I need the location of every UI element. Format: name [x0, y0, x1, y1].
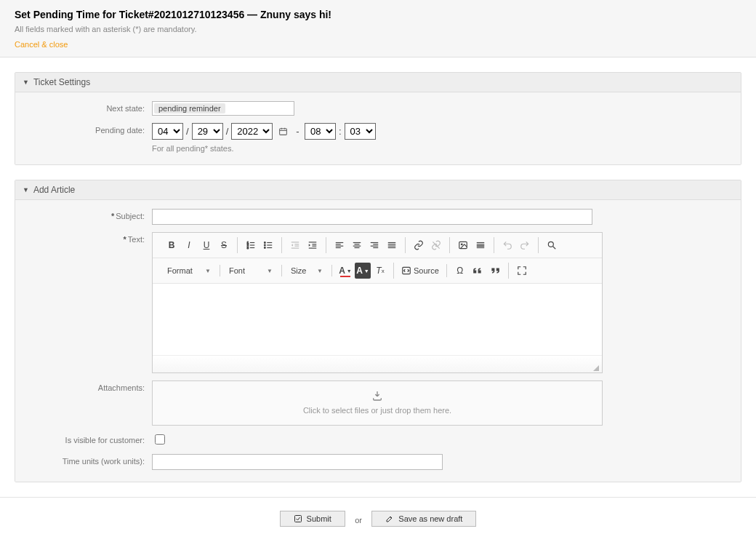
- align-left-button[interactable]: [331, 237, 347, 253]
- image-button[interactable]: [455, 237, 471, 253]
- indent-button[interactable]: [305, 237, 321, 253]
- svg-point-42: [461, 244, 462, 245]
- remove-format-button[interactable]: Tx: [372, 263, 388, 279]
- subject-input[interactable]: [152, 209, 592, 225]
- svg-rect-0: [279, 129, 286, 135]
- maximize-button[interactable]: [514, 263, 530, 279]
- bold-button[interactable]: B: [164, 237, 180, 253]
- caret-down-icon: ▼: [23, 186, 29, 194]
- visible-for-customer-checkbox[interactable]: [155, 434, 165, 445]
- download-icon: [371, 390, 383, 402]
- pending-year-select[interactable]: 2022: [231, 123, 273, 140]
- editor-toolbar-1: B I U S 123: [153, 233, 602, 258]
- ticket-settings-widget: ▼ Ticket Settings Next state: pending re…: [15, 72, 741, 165]
- save-draft-button[interactable]: Save as new draft: [371, 511, 476, 527]
- pending-helper-text: For all pending* states.: [152, 144, 733, 153]
- cancel-close-link[interactable]: Cancel & close: [15, 40, 68, 49]
- pending-hour-select[interactable]: 08: [305, 123, 336, 140]
- time-units-label: Time units (work units):: [23, 454, 152, 466]
- attachments-label: Attachments:: [23, 380, 152, 392]
- next-state-label: Next state:: [23, 101, 152, 113]
- add-article-widget: ▼ Add Article *Subject: *Text: B I U: [15, 180, 741, 482]
- source-button[interactable]: Source: [398, 264, 442, 277]
- horizontal-rule-button[interactable]: [472, 237, 488, 253]
- time-units-row: Time units (work units):: [23, 454, 733, 470]
- align-center-button[interactable]: [349, 237, 365, 253]
- unlink-button[interactable]: [428, 237, 444, 253]
- ticket-settings-toggle[interactable]: ▼ Ticket Settings: [15, 73, 741, 92]
- subject-row: *Subject:: [23, 209, 733, 225]
- size-dropdown[interactable]: Size▼: [286, 265, 327, 276]
- page-title: Set Pending Time for Ticket#202101271012…: [15, 9, 741, 20]
- svg-point-47: [548, 242, 553, 247]
- special-char-button[interactable]: Ω: [452, 263, 468, 279]
- editor-body-input[interactable]: [153, 284, 602, 355]
- link-button[interactable]: [411, 237, 427, 253]
- visible-row: Is visible for customer:: [23, 433, 733, 447]
- time-units-input[interactable]: [152, 454, 443, 470]
- add-article-title: Add Article: [33, 185, 75, 195]
- pending-minute-select[interactable]: 03: [345, 123, 376, 140]
- subject-label: *Subject:: [23, 209, 152, 220]
- bullet-list-button[interactable]: [260, 237, 276, 253]
- or-separator: or: [355, 516, 362, 525]
- calendar-icon[interactable]: [278, 127, 291, 138]
- outdent-button[interactable]: [287, 237, 303, 253]
- caret-down-icon: ▼: [23, 79, 29, 86]
- next-state-row: Next state: pending reminder: [23, 101, 733, 116]
- align-right-button[interactable]: [366, 237, 382, 253]
- attachment-dropzone[interactable]: Click to select files or just drop them …: [152, 380, 603, 426]
- resize-handle[interactable]: [593, 365, 599, 371]
- format-dropdown[interactable]: Format▼: [163, 265, 215, 276]
- add-article-body: *Subject: *Text: B I U S: [15, 200, 741, 482]
- text-row: *Text: B I U S 123: [23, 232, 733, 373]
- svg-line-48: [553, 247, 556, 250]
- svg-rect-50: [294, 516, 301, 522]
- pending-month-select[interactable]: 04: [152, 123, 183, 140]
- quote-close-button[interactable]: [487, 263, 503, 279]
- pending-day-select[interactable]: 29: [192, 123, 223, 140]
- attachments-row: Attachments: Click to select files or ju…: [23, 380, 733, 426]
- svg-text:3: 3: [247, 246, 249, 250]
- submit-button[interactable]: Submit: [280, 511, 345, 527]
- font-dropdown[interactable]: Font▼: [225, 265, 277, 276]
- text-color-button[interactable]: A▼: [337, 263, 353, 279]
- edit-icon: [385, 514, 394, 523]
- quote-open-button[interactable]: [470, 263, 486, 279]
- footer-bar: Submit or Save as new draft: [0, 497, 756, 540]
- svg-point-15: [264, 247, 265, 249]
- attachment-hint-text: Click to select files or just drop them …: [303, 406, 451, 415]
- add-article-toggle[interactable]: ▼ Add Article: [15, 180, 741, 200]
- italic-button[interactable]: I: [181, 237, 197, 253]
- visible-label: Is visible for customer:: [23, 433, 152, 445]
- bg-color-button[interactable]: A▼: [355, 263, 371, 279]
- ticket-settings-title: Ticket Settings: [33, 77, 90, 87]
- undo-button[interactable]: [499, 237, 515, 253]
- strike-button[interactable]: S: [216, 237, 232, 253]
- numbered-list-button[interactable]: 123: [243, 237, 259, 253]
- rich-text-editor: B I U S 123: [152, 232, 603, 373]
- find-button[interactable]: [544, 237, 560, 253]
- mandatory-note: All fields marked with an asterisk (*) a…: [15, 25, 741, 33]
- align-justify-button[interactable]: [384, 237, 400, 253]
- pending-date-row: Pending date: 04/29/2022 - 08:03 For all…: [23, 123, 733, 153]
- editor-footer: [153, 355, 602, 372]
- check-icon: [294, 514, 302, 523]
- next-state-value: pending reminder: [154, 103, 225, 113]
- pending-date-label: Pending date:: [23, 123, 152, 135]
- svg-point-13: [264, 242, 265, 244]
- redo-button[interactable]: [517, 237, 533, 253]
- editor-toolbar-2: Format▼ Font▼ Size▼ A▼ A▼ Tx: [153, 258, 602, 284]
- svg-point-14: [264, 244, 265, 246]
- header-region: Set Pending Time for Ticket#202101271012…: [0, 0, 756, 57]
- text-label: *Text:: [23, 232, 152, 244]
- underline-button[interactable]: U: [198, 237, 214, 253]
- next-state-select[interactable]: pending reminder: [152, 101, 294, 116]
- ticket-settings-body: Next state: pending reminder Pending dat…: [15, 92, 741, 164]
